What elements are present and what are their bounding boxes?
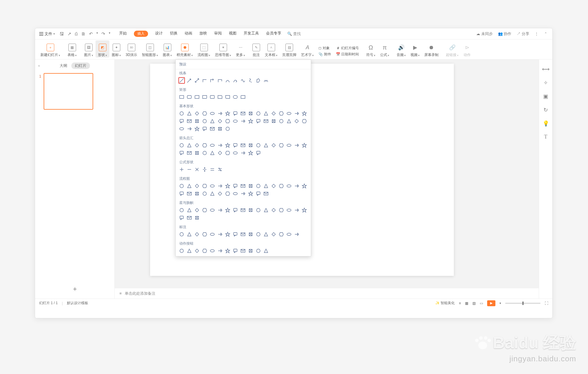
shape-item[interactable] [263, 248, 269, 254]
zoom-slider[interactable] [505, 303, 541, 304]
shape-item[interactable] [217, 183, 223, 189]
tab-slides[interactable]: 幻灯片 [71, 62, 90, 69]
shape-item[interactable] [225, 231, 231, 237]
shape-item[interactable] [232, 183, 238, 189]
shape-item[interactable] [186, 215, 192, 221]
shape-item[interactable] [232, 94, 238, 100]
shape-item[interactable] [186, 126, 192, 132]
shape-item[interactable] [301, 207, 307, 213]
shape-item[interactable] [255, 231, 261, 237]
shape-item[interactable] [186, 142, 192, 148]
shape-item[interactable] [263, 231, 269, 237]
shape-item[interactable] [194, 126, 200, 132]
shape-item[interactable] [202, 191, 208, 197]
print-preview-icon[interactable]: 🗎 [81, 31, 86, 37]
slide-thumbnail[interactable] [44, 73, 93, 110]
shape-item[interactable] [202, 248, 208, 254]
shape-item[interactable] [194, 183, 200, 189]
collab-button[interactable]: 👥 协作 [498, 31, 512, 37]
shape-item[interactable] [294, 111, 300, 116]
shape-item[interactable] [271, 111, 277, 116]
shape-item[interactable] [240, 118, 246, 124]
tab-transition[interactable]: 切换 [170, 31, 178, 37]
shape-item[interactable] [278, 183, 284, 189]
shape-item[interactable] [271, 118, 277, 124]
shape-item[interactable] [286, 118, 292, 124]
ribbon-smart-shapes[interactable]: ◫智能图形 [139, 40, 160, 57]
shape-item[interactable] [271, 207, 277, 213]
shape-item[interactable] [217, 248, 223, 254]
ribbon-wordart[interactable]: A艺术字 [299, 40, 316, 57]
tab-outline[interactable]: 大纲 [60, 63, 67, 68]
shape-item[interactable] [186, 248, 192, 254]
shape-item[interactable] [225, 94, 231, 100]
shape-item[interactable] [209, 207, 215, 213]
shape-item[interactable] [248, 231, 254, 237]
shape-item[interactable] [278, 118, 284, 124]
shape-item[interactable] [294, 142, 300, 148]
print-icon[interactable]: ⎙ [75, 31, 78, 37]
shape-item[interactable] [248, 142, 254, 148]
shape-item[interactable] [179, 248, 185, 254]
shape-item[interactable] [240, 183, 246, 189]
shape-item[interactable] [209, 183, 215, 189]
shape-item[interactable] [263, 183, 269, 189]
shape-curve-arrow[interactable] [232, 78, 238, 83]
shape-item[interactable] [255, 183, 261, 189]
shape-item[interactable] [248, 207, 254, 213]
shape-item[interactable] [194, 111, 200, 116]
sidebar-history-icon[interactable]: ↻ [543, 107, 548, 113]
shape-item[interactable] [248, 183, 254, 189]
undo-icon[interactable]: ↶ [89, 31, 93, 37]
shape-item[interactable] [217, 94, 223, 100]
shape-item[interactable] [194, 231, 200, 237]
shape-line-arrow[interactable] [186, 78, 192, 83]
shape-item[interactable] [263, 207, 269, 213]
tab-animation[interactable]: 动画 [185, 31, 192, 37]
shape-item[interactable] [225, 118, 231, 124]
shape-item[interactable] [202, 231, 208, 237]
shape-item[interactable] [186, 231, 192, 237]
shape-item[interactable] [179, 118, 185, 124]
shape-item[interactable] [271, 142, 277, 148]
shape-scribble-s[interactable] [248, 78, 254, 83]
ribbon-textbox[interactable]: A文本框 [262, 40, 280, 57]
shape-item[interactable] [186, 167, 192, 172]
shape-item[interactable] [286, 183, 292, 189]
redo-icon[interactable]: ↷ [101, 31, 105, 37]
shape-item[interactable] [248, 111, 254, 116]
shape-item[interactable] [240, 94, 246, 100]
tab-design[interactable]: 设计 [155, 31, 163, 37]
shape-item[interactable] [248, 191, 254, 197]
shape-item[interactable] [301, 183, 307, 189]
tab-developer[interactable]: 开发工具 [244, 31, 259, 37]
shape-item[interactable] [294, 231, 300, 237]
shape-item[interactable] [194, 142, 200, 148]
shape-curve-double[interactable] [240, 78, 246, 83]
tab-review[interactable]: 审阅 [214, 31, 222, 37]
ribbon-chart[interactable]: 📊图表 [160, 40, 174, 57]
shape-item[interactable] [263, 191, 269, 197]
shape-item[interactable] [255, 118, 261, 124]
shape-item[interactable] [209, 126, 215, 132]
shape-scribble[interactable] [263, 78, 269, 83]
shape-item[interactable] [240, 142, 246, 148]
shape-item[interactable] [209, 142, 215, 148]
shape-item[interactable] [186, 150, 192, 156]
shape-item[interactable] [248, 248, 254, 254]
shape-item[interactable] [179, 94, 185, 100]
shape-item[interactable] [240, 150, 246, 156]
shape-item[interactable] [240, 248, 246, 254]
shape-item[interactable] [186, 111, 192, 116]
shape-item[interactable] [217, 231, 223, 237]
shape-item[interactable] [263, 142, 269, 148]
shape-freeform[interactable] [255, 78, 261, 83]
sidebar-idea-icon[interactable]: 💡 [543, 120, 549, 127]
shape-item[interactable] [194, 191, 200, 197]
shape-item[interactable] [232, 248, 238, 254]
shape-item[interactable] [278, 207, 284, 213]
shape-item[interactable] [255, 142, 261, 148]
export-icon[interactable]: ↗ [68, 31, 71, 37]
shape-item[interactable] [194, 248, 200, 254]
share-button[interactable]: ↗ 分享 [517, 31, 529, 37]
